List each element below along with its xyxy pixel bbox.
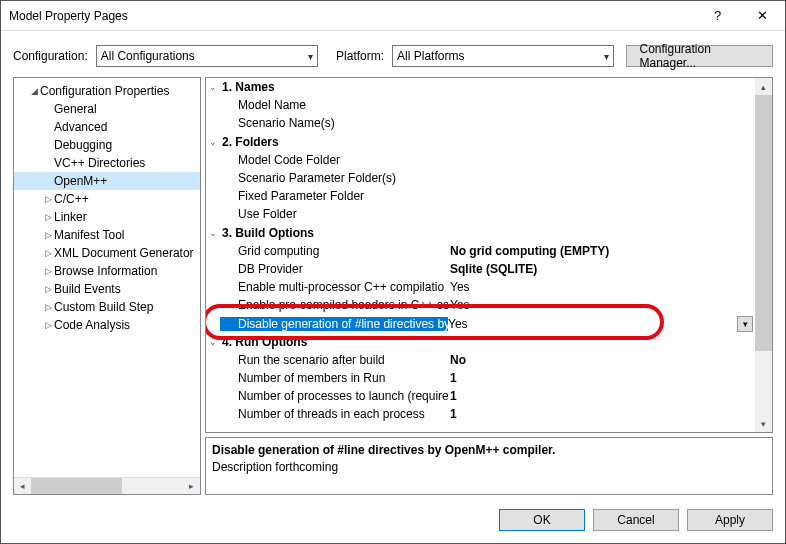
scroll-track[interactable] <box>755 95 772 415</box>
tree-item[interactable]: Debugging <box>14 136 200 154</box>
grid-property-row[interactable]: Grid computingNo grid computing (EMPTY) <box>206 242 755 260</box>
chevron-down-icon: ▾ <box>302 51 313 62</box>
tree-item[interactable]: ▷Code Analysis <box>14 316 200 334</box>
property-value: No <box>448 353 755 367</box>
grid-property-row[interactable]: Scenario Parameter Folder(s) <box>206 169 755 187</box>
tree-item-label: Manifest Tool <box>54 228 124 242</box>
scroll-thumb[interactable] <box>755 95 772 351</box>
help-button[interactable]: ? <box>695 1 740 31</box>
property-value: 1 <box>448 371 755 385</box>
tree-item[interactable]: General <box>14 100 200 118</box>
tree-item[interactable]: ▷Build Events <box>14 280 200 298</box>
tree-item-label: Custom Build Step <box>54 300 153 314</box>
section-toggle-icon[interactable]: ⌄ <box>206 82 220 92</box>
tree-item-label: VC++ Directories <box>54 156 145 170</box>
scroll-down-icon[interactable]: ▾ <box>755 415 772 432</box>
tree-item-label: Debugging <box>54 138 112 152</box>
chevron-down-icon[interactable]: ▾ <box>737 316 753 332</box>
tree-expand-icon[interactable]: ▷ <box>42 302 54 312</box>
property-name: Model Code Folder <box>220 153 448 167</box>
tree-expand-icon[interactable]: ▷ <box>42 266 54 276</box>
tree-panel: ◢ Configuration Properties GeneralAdvanc… <box>13 77 201 495</box>
grid-property-row[interactable]: DB ProviderSqlite (SQLITE) <box>206 260 755 278</box>
tree-item-label: OpenM++ <box>54 174 107 188</box>
scroll-thumb[interactable] <box>31 478 122 495</box>
section-toggle-icon[interactable]: ⌄ <box>206 337 220 347</box>
platform-label: Platform: <box>336 49 384 63</box>
tree-item-label: Build Events <box>54 282 121 296</box>
grid-property-row[interactable]: Enable pre-compiled headers in C++ coYes <box>206 296 755 314</box>
grid-property-row[interactable]: Use Folder <box>206 205 755 223</box>
grid-section[interactable]: ⌄3. Build Options <box>206 224 755 242</box>
apply-button[interactable]: Apply <box>687 509 773 531</box>
grid-property-row[interactable]: Enable multi-processor C++ compilatioYes <box>206 278 755 296</box>
grid-section[interactable]: ⌄1. Names <box>206 78 755 96</box>
grid-section[interactable]: ⌄4. Run Options <box>206 333 755 351</box>
property-value-combo[interactable]: Yes▾ <box>448 317 755 331</box>
right-panel: ⌄1. NamesModel NameScenario Name(s)⌄2. F… <box>205 77 773 495</box>
tree-item-label: Code Analysis <box>54 318 130 332</box>
property-name: Disable generation of #line directives b… <box>220 317 448 331</box>
property-name: Use Folder <box>220 207 448 221</box>
main-area: ◢ Configuration Properties GeneralAdvanc… <box>1 77 785 495</box>
tree-expand-icon[interactable]: ▷ <box>42 212 54 222</box>
section-toggle-icon[interactable]: ⌄ <box>206 228 220 238</box>
configuration-toolbar: Configuration: All Configurations ▾ Plat… <box>1 31 785 77</box>
tree-item[interactable]: VC++ Directories <box>14 154 200 172</box>
tree-item[interactable]: ▷Linker <box>14 208 200 226</box>
tree-expand-icon[interactable]: ▷ <box>42 284 54 294</box>
grid-property-row[interactable]: Disable generation of #line directives b… <box>206 314 755 332</box>
tree-root-label: Configuration Properties <box>40 84 169 98</box>
property-value: 1 <box>448 389 755 403</box>
configuration-label: Configuration: <box>13 49 88 63</box>
tree-item-label: XML Document Generator <box>54 246 194 260</box>
tree-item[interactable]: ▷Custom Build Step <box>14 298 200 316</box>
grid-section[interactable]: ⌄2. Folders <box>206 133 755 151</box>
property-value: 1 <box>448 407 755 421</box>
tree-expand-icon[interactable]: ▷ <box>42 248 54 258</box>
grid-property-row[interactable]: Number of members in Run1 <box>206 369 755 387</box>
property-name: Fixed Parameter Folder <box>220 189 448 203</box>
tree-item[interactable]: ▷Browse Information <box>14 262 200 280</box>
property-name: Number of threads in each process <box>220 407 448 421</box>
section-toggle-icon[interactable]: ⌄ <box>206 137 220 147</box>
tree-expand-icon[interactable]: ▷ <box>42 230 54 240</box>
scroll-right-icon[interactable]: ▸ <box>183 478 200 495</box>
chevron-down-icon: ▾ <box>598 51 609 62</box>
tree-root[interactable]: ◢ Configuration Properties <box>14 82 200 100</box>
configuration-combo[interactable]: All Configurations ▾ <box>96 45 318 67</box>
grid-property-row[interactable]: Fixed Parameter Folder <box>206 187 755 205</box>
tree-item[interactable]: ▷Manifest Tool <box>14 226 200 244</box>
grid-property-row[interactable]: Number of processes to launch (require1 <box>206 387 755 405</box>
grid-property-row[interactable]: Run the scenario after buildNo <box>206 351 755 369</box>
property-name: Enable pre-compiled headers in C++ co <box>220 298 448 312</box>
property-name: Enable multi-processor C++ compilatio <box>220 280 448 294</box>
configuration-manager-button[interactable]: Configuration Manager... <box>626 45 773 67</box>
grid-vertical-scrollbar[interactable]: ▴ ▾ <box>755 78 772 432</box>
scroll-left-icon[interactable]: ◂ <box>14 478 31 495</box>
title-bar: Model Property Pages ? ✕ <box>1 1 785 31</box>
scroll-track[interactable] <box>31 478 183 495</box>
property-name: Model Name <box>220 98 448 112</box>
grid-property-row[interactable]: Scenario Name(s) <box>206 114 755 132</box>
tree-item[interactable]: OpenM++ <box>14 172 200 190</box>
tree-expand-icon[interactable]: ▷ <box>42 320 54 330</box>
ok-button[interactable]: OK <box>499 509 585 531</box>
platform-combo[interactable]: All Platforms ▾ <box>392 45 614 67</box>
tree-item-label: C/C++ <box>54 192 89 206</box>
scroll-up-icon[interactable]: ▴ <box>755 78 772 95</box>
close-button[interactable]: ✕ <box>740 1 785 31</box>
tree-expand-icon[interactable]: ▷ <box>42 194 54 204</box>
grid-property-row[interactable]: Model Name <box>206 96 755 114</box>
property-grid[interactable]: ⌄1. NamesModel NameScenario Name(s)⌄2. F… <box>206 78 755 432</box>
tree-item-label: Advanced <box>54 120 107 134</box>
property-value: Yes <box>448 317 468 331</box>
tree-item[interactable]: Advanced <box>14 118 200 136</box>
tree-item[interactable]: ▷C/C++ <box>14 190 200 208</box>
tree-item[interactable]: ▷XML Document Generator <box>14 244 200 262</box>
cancel-button[interactable]: Cancel <box>593 509 679 531</box>
grid-property-row[interactable]: Model Code Folder <box>206 151 755 169</box>
grid-property-row[interactable]: Number of threads in each process1 <box>206 405 755 423</box>
property-tree[interactable]: ◢ Configuration Properties GeneralAdvanc… <box>14 78 200 477</box>
tree-horizontal-scrollbar[interactable]: ◂ ▸ <box>14 477 200 494</box>
